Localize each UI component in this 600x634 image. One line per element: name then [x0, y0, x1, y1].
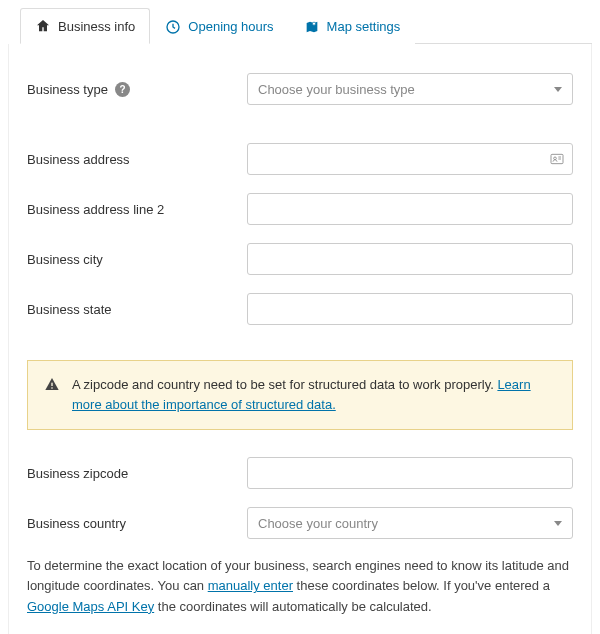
tab-map-settings[interactable]: Map settings	[289, 8, 416, 44]
svg-rect-6	[51, 383, 52, 386]
chevron-down-icon	[554, 521, 562, 526]
label-text: Business type	[27, 82, 108, 97]
row-business-zipcode: Business zipcode	[27, 448, 573, 498]
tab-label: Business info	[58, 19, 135, 34]
label-business-state: Business state	[27, 302, 247, 317]
input-business-address[interactable]	[247, 143, 573, 175]
tabs-bar: Business info Opening hours Map settings	[20, 8, 592, 44]
label-business-city: Business city	[27, 252, 247, 267]
notice-text: A zipcode and country need to be set for…	[72, 375, 556, 415]
svg-point-1	[312, 22, 315, 25]
svg-rect-7	[51, 387, 52, 388]
link-google-maps-api[interactable]: Google Maps API Key	[27, 599, 154, 614]
row-business-address: Business address	[27, 134, 573, 184]
panel-business-info: Business type ? Choose your business typ…	[8, 44, 592, 634]
para-part: these coordinates below. If you've enter…	[293, 578, 550, 593]
tab-label: Map settings	[327, 19, 401, 34]
svg-rect-2	[551, 154, 563, 163]
clock-icon	[165, 19, 181, 35]
input-business-state[interactable]	[247, 293, 573, 325]
label-business-type: Business type ?	[27, 82, 247, 97]
map-pin-icon	[304, 19, 320, 35]
input-business-zipcode[interactable]	[247, 457, 573, 489]
link-manually-enter[interactable]: manually enter	[208, 578, 293, 593]
tab-label: Opening hours	[188, 19, 273, 34]
svg-point-3	[554, 157, 557, 160]
select-placeholder: Choose your country	[258, 516, 378, 531]
tab-business-info[interactable]: Business info	[20, 8, 150, 44]
help-icon[interactable]: ?	[115, 82, 130, 97]
label-business-address-2: Business address line 2	[27, 202, 247, 217]
notice-structured-data: A zipcode and country need to be set for…	[27, 360, 573, 430]
select-business-type[interactable]: Choose your business type	[247, 73, 573, 105]
row-business-type: Business type ? Choose your business typ…	[27, 64, 573, 114]
tab-opening-hours[interactable]: Opening hours	[150, 8, 288, 44]
address-card-icon[interactable]	[549, 151, 565, 167]
select-placeholder: Choose your business type	[258, 82, 415, 97]
coordinates-paragraph: To determine the exact location of your …	[27, 556, 573, 616]
chevron-down-icon	[554, 87, 562, 92]
warning-icon	[44, 376, 60, 392]
row-latitude: Latitude	[27, 629, 573, 634]
label-business-address: Business address	[27, 152, 247, 167]
row-business-country: Business country Choose your country	[27, 498, 573, 548]
select-business-country[interactable]: Choose your country	[247, 507, 573, 539]
input-business-address-2[interactable]	[247, 193, 573, 225]
home-icon	[35, 18, 51, 34]
row-business-address-2: Business address line 2	[27, 184, 573, 234]
para-part: the coordinates will automatically be ca…	[154, 599, 431, 614]
input-business-city[interactable]	[247, 243, 573, 275]
label-business-country: Business country	[27, 516, 247, 531]
row-business-state: Business state	[27, 284, 573, 334]
row-business-city: Business city	[27, 234, 573, 284]
notice-text-before: A zipcode and country need to be set for…	[72, 377, 497, 392]
label-business-zipcode: Business zipcode	[27, 466, 247, 481]
